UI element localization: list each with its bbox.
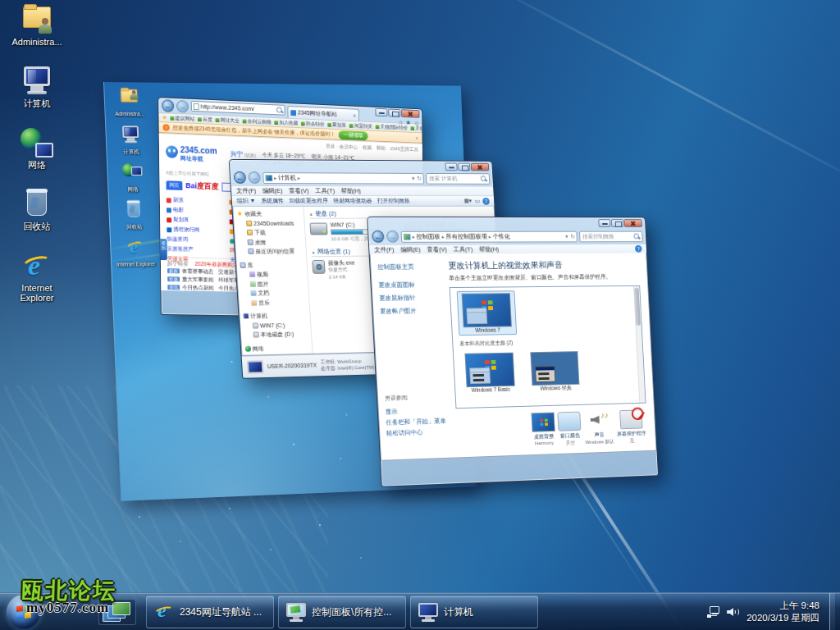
dropdown-icon[interactable]: ▾ bbox=[412, 175, 415, 181]
sidebar-item[interactable]: 下载 bbox=[238, 228, 305, 238]
menu-help[interactable]: 帮助(H) bbox=[479, 245, 500, 253]
forward-button[interactable]: → bbox=[176, 100, 189, 113]
views-icon[interactable]: ▦▾ bbox=[463, 198, 472, 205]
scrollbar-thumb[interactable] bbox=[634, 288, 641, 326]
favorite-link[interactable]: 网址大全 bbox=[216, 116, 240, 125]
menu-file[interactable]: 文件(F) bbox=[236, 186, 257, 194]
flip3d-taskbar-icon[interactable] bbox=[98, 599, 136, 625]
forward-button[interactable]: → bbox=[386, 231, 399, 243]
sidebar-libraries[interactable]: 库 bbox=[240, 260, 307, 270]
breadcrumb[interactable]: ▸ 控制面板 ▸ 所有控制面板项 ▸ 个性化 ▾↻ bbox=[401, 231, 578, 242]
sidebar-home-link[interactable]: 控制面板主页 bbox=[377, 260, 445, 273]
network-tray-icon[interactable] bbox=[707, 606, 720, 618]
theme-windows7-basic[interactable]: Windows 7 Basic bbox=[460, 353, 520, 394]
menu-tools[interactable]: 工具(T) bbox=[315, 187, 335, 195]
start-button[interactable] bbox=[7, 595, 41, 629]
address-bar[interactable]: http://www.2345.com/ bbox=[191, 101, 285, 116]
sidebar-link[interactable]: 更改帐户图片 bbox=[380, 304, 448, 318]
open-control-panel-button[interactable]: 打开控制面板 bbox=[377, 197, 410, 205]
uninstall-button[interactable]: 卸载或更改程序 bbox=[289, 197, 328, 205]
minimize-button[interactable] bbox=[445, 162, 457, 171]
theme-windows-classic[interactable]: Windows 经典 bbox=[526, 351, 585, 393]
dropdown-icon[interactable]: ▾ bbox=[565, 233, 568, 240]
help-icon[interactable]: ? bbox=[635, 245, 642, 253]
refresh-icon[interactable]: ↻ bbox=[417, 175, 422, 181]
sidebar-item[interactable]: 视频 bbox=[240, 269, 308, 279]
show-desktop-button[interactable] bbox=[829, 593, 835, 630]
minimize-button[interactable] bbox=[375, 108, 387, 116]
desktop-icon-internet-explorer[interactable]: e Internet Explorer bbox=[5, 249, 69, 303]
maximize-button[interactable] bbox=[388, 109, 400, 117]
theme-windows7[interactable]: Windows 7 bbox=[457, 290, 518, 336]
favorites-add-icon[interactable]: ★ bbox=[162, 114, 167, 121]
favorite-link[interactable]: 秒杀特价 bbox=[301, 120, 325, 128]
menu-tools[interactable]: 工具(T) bbox=[453, 245, 472, 253]
maximize-button[interactable] bbox=[611, 219, 623, 227]
sidebar-item[interactable]: 桌面 bbox=[239, 237, 306, 247]
menu-view[interactable]: 查看(V) bbox=[289, 187, 309, 195]
sidebar-link[interactable]: 更改桌面图标 bbox=[378, 278, 446, 292]
menu-help[interactable]: 帮助(H) bbox=[340, 187, 361, 195]
settings-gear-icon[interactable]: ☼ bbox=[414, 120, 420, 127]
search-tab-web[interactable]: 网页 bbox=[167, 180, 183, 190]
favorite-link[interactable]: 百度 bbox=[198, 116, 212, 124]
control-panel-search-input[interactable]: 搜索控制面板 bbox=[579, 231, 643, 242]
desktop-background-button[interactable]: 桌面背景 Harmony bbox=[531, 413, 555, 449]
minimize-button[interactable] bbox=[598, 219, 610, 227]
site-logo[interactable]: 2345.com 网址导航 bbox=[166, 145, 217, 163]
sidebar-link[interactable]: 轻松访问中心 bbox=[386, 426, 447, 438]
maximize-button[interactable] bbox=[458, 163, 470, 171]
system-properties-button[interactable]: 系统属性 bbox=[261, 197, 284, 205]
sidebar-item[interactable]: 2345Downloads bbox=[237, 218, 304, 228]
taskbar-button-computer[interactable]: 计算机 bbox=[410, 596, 538, 628]
favorite-link[interactable]: 建议网站 bbox=[171, 114, 195, 122]
side-tab[interactable]: 签到 bbox=[161, 239, 167, 260]
refresh-icon[interactable]: ↻ bbox=[570, 233, 575, 240]
close-button[interactable] bbox=[624, 219, 642, 227]
site-link[interactable]: 电影 bbox=[167, 206, 225, 215]
explorer-search-input[interactable]: 搜索 计算机 bbox=[426, 172, 490, 184]
notice-close-icon[interactable]: × bbox=[415, 135, 418, 140]
site-link[interactable]: 新浪 bbox=[167, 196, 225, 205]
search-icon[interactable] bbox=[276, 107, 283, 113]
sidebar-link[interactable]: 任务栏和「开始」菜单 bbox=[386, 415, 446, 427]
home-icon[interactable]: ⌂ bbox=[399, 119, 403, 126]
window-personalization[interactable]: ← → ▸ 控制面板 ▸ 所有控制面板项 ▸ 个性化 ▾↻ 搜索控制面板 文件(… bbox=[367, 217, 659, 487]
back-button[interactable]: ← bbox=[372, 231, 385, 243]
sidebar-favorites[interactable]: ★收藏夹 bbox=[236, 209, 304, 219]
taskbar-clock[interactable]: 上午 9:48 2020/3/19 星期四 bbox=[746, 600, 823, 624]
window-color-button[interactable]: 窗口颜色 天空 bbox=[558, 412, 582, 448]
site-link[interactable]: 聚划算 bbox=[167, 216, 225, 225]
desktop-icon-network[interactable]: 网络 bbox=[5, 126, 69, 170]
screensaver-button[interactable]: 屏幕保护程序 无 bbox=[616, 409, 647, 445]
site-link[interactable]: 安居客房产 bbox=[167, 245, 226, 254]
back-button[interactable]: ← bbox=[234, 171, 247, 184]
close-button[interactable] bbox=[401, 109, 419, 118]
desktop-icon-computer[interactable]: 计算机 bbox=[5, 65, 69, 108]
map-drive-button[interactable]: 映射网络驱动器 bbox=[333, 197, 372, 205]
menu-file[interactable]: 文件(F) bbox=[374, 245, 395, 253]
favorite-link[interactable]: 加入收藏 bbox=[275, 119, 299, 127]
menu-view[interactable]: 查看(V) bbox=[427, 245, 447, 253]
favorite-link[interactable]: 聚划算 bbox=[327, 121, 346, 129]
title-bar[interactable] bbox=[368, 217, 646, 231]
page-top-links[interactable]: 登录 · 会员中心 收藏 帮助 2345王牌工具 bbox=[326, 143, 418, 153]
menu-edit[interactable]: 编辑(E) bbox=[400, 245, 421, 253]
scrollbar[interactable] bbox=[633, 286, 646, 403]
taskbar-button-control-panel[interactable]: 控制面板\所有控... bbox=[278, 596, 406, 628]
favorite-link[interactable]: 余利云购物 bbox=[243, 117, 272, 126]
forward-button[interactable]: → bbox=[248, 171, 261, 184]
sidebar-network[interactable]: 网络 bbox=[245, 342, 313, 353]
favorite-link[interactable]: 淘宝特卖 bbox=[349, 121, 372, 130]
close-button[interactable] bbox=[471, 163, 490, 171]
help-icon[interactable]: ? bbox=[482, 198, 490, 205]
sidebar-link[interactable]: 更改鼠标指针 bbox=[379, 291, 447, 305]
desktop-icon-recycle-bin[interactable]: 回收站 bbox=[5, 188, 69, 231]
site-link[interactable]: 快递查询 bbox=[167, 235, 225, 244]
breadcrumb[interactable]: ▸ 计算机 ▸ ▾↻ bbox=[262, 172, 424, 184]
favorites-star-icon[interactable]: ★ bbox=[405, 119, 411, 126]
organize-button[interactable]: 组织 ▼ bbox=[236, 197, 255, 205]
sounds-button[interactable]: ♪♪ 声音 Windows 默认 bbox=[584, 410, 614, 446]
volume-tray-icon[interactable] bbox=[727, 606, 740, 618]
preview-icon[interactable]: ▭ bbox=[474, 198, 480, 205]
